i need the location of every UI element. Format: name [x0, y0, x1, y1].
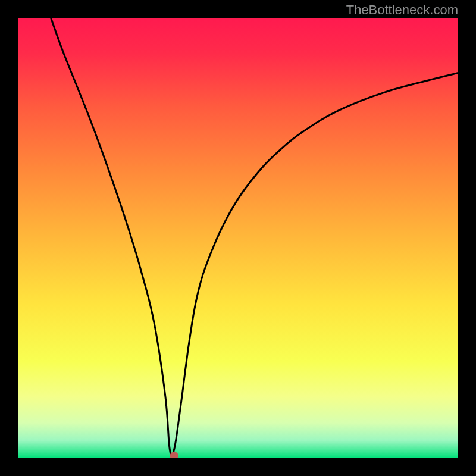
plot-area	[18, 18, 458, 458]
minimum-marker	[170, 452, 178, 458]
bottleneck-curve	[51, 18, 459, 456]
watermark-text: TheBottleneck.com	[346, 2, 458, 18]
curve-layer	[18, 18, 458, 458]
chart-frame: TheBottleneck.com	[0, 0, 476, 476]
